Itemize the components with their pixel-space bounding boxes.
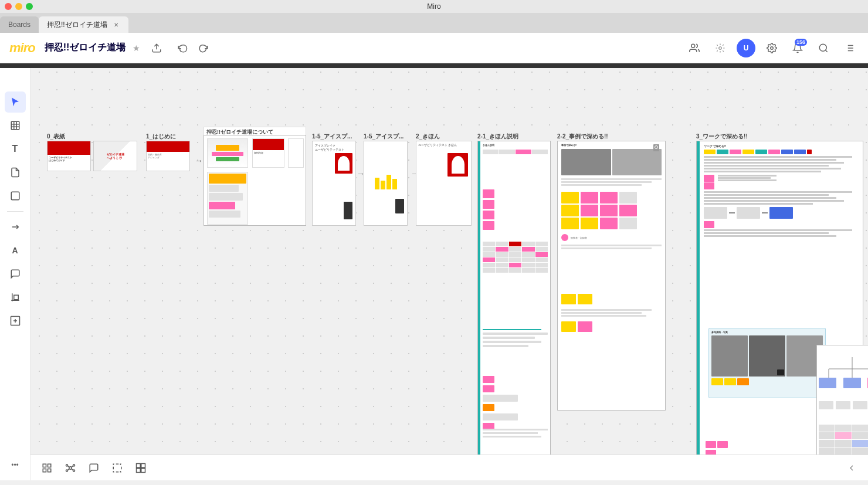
svg-point-27 <box>73 464 75 466</box>
select-tool[interactable] <box>5 91 26 113</box>
pen-tool[interactable] <box>5 216 26 238</box>
tab-main[interactable]: 押忍!!ゼロイチ道場 ✕ <box>39 16 128 33</box>
svg-rect-12 <box>13 295 18 300</box>
svg-point-29 <box>73 470 75 472</box>
window-title: Miro <box>427 2 440 11</box>
frame-ice2[interactable] <box>364 141 408 226</box>
svg-rect-36 <box>141 468 145 472</box>
frame-ice1[interactable]: アイスプレイクユーザビリティテスト <box>312 141 356 226</box>
board-title: 押忍!!ゼロイチ道場 <box>45 42 126 54</box>
undo-button[interactable] <box>173 39 192 57</box>
share-button[interactable] <box>147 39 166 57</box>
section-label-ice2: 1-5_アイスプ... <box>364 133 404 141</box>
svg-rect-8 <box>11 192 19 200</box>
user-avatar[interactable]: U <box>737 39 755 57</box>
traffic-lights <box>5 3 33 10</box>
shape-tool[interactable] <box>5 185 26 206</box>
settings-button[interactable] <box>762 39 781 57</box>
notifications-button[interactable]: 156 <box>788 39 807 57</box>
arrow-connector: → <box>195 156 203 165</box>
notification-count: 156 <box>795 39 807 46</box>
text-tool[interactable]: T <box>5 138 26 160</box>
svg-rect-23 <box>48 469 51 472</box>
minimize-button[interactable] <box>15 3 22 10</box>
bottom-collapse-btn[interactable] <box>842 459 861 477</box>
frame-tool[interactable] <box>5 115 26 136</box>
tab-boards-label: Boards <box>8 21 30 29</box>
frame-kihon[interactable]: ユーザビリティテスト きほん <box>416 141 472 226</box>
frame-hajimeni[interactable]: 目的・進め方アジェンダ <box>146 141 190 171</box>
comment-tool[interactable] <box>5 263 26 284</box>
bottom-grid-btn[interactable] <box>38 459 56 477</box>
section-label-jirei: 2-2_事例で深める!! <box>557 133 608 141</box>
svg-line-32 <box>68 469 69 470</box>
svg-point-25 <box>69 466 72 469</box>
frame-hyoshi-1[interactable]: ユーザビリティテストはじめてガイド <box>47 141 91 171</box>
section-label-kihon-setsu: 2-1_きほん説明 <box>477 133 518 141</box>
svg-point-1 <box>719 46 722 49</box>
section-label-kihon: 2_きほん <box>416 133 440 141</box>
svg-rect-34 <box>137 463 141 467</box>
magic-button[interactable] <box>711 39 730 57</box>
titlebar: Miro <box>0 0 868 13</box>
svg-rect-37 <box>137 468 141 472</box>
close-button[interactable] <box>5 3 12 10</box>
svg-point-26 <box>66 464 68 466</box>
miro-logo: miro <box>9 40 35 56</box>
svg-rect-21 <box>43 464 46 467</box>
svg-rect-3 <box>11 121 19 130</box>
section-label-1: 1_はじめに <box>146 133 176 141</box>
bottom-mindmap-btn[interactable] <box>61 459 80 477</box>
bottom-frames-btn[interactable] <box>108 459 127 477</box>
svg-point-28 <box>66 470 68 472</box>
upload-tool[interactable] <box>5 310 26 331</box>
eraser-tool[interactable]: A <box>5 240 26 261</box>
toolbar-strip <box>0 63 868 68</box>
tab-close-icon[interactable]: ✕ <box>112 21 120 29</box>
tabbar: Boards 押忍!!ゼロイチ道場 ✕ <box>0 13 868 33</box>
frame-expanded-group[interactable]: 資料内容 <box>204 135 306 226</box>
redo-button[interactable] <box>194 39 213 57</box>
sticky-tool[interactable] <box>5 162 26 183</box>
undo-redo-group <box>173 39 213 57</box>
svg-line-30 <box>68 466 69 467</box>
section-label-0: 0_表紙 <box>47 133 65 141</box>
frame-kihon-setsu[interactable]: きほん説明 <box>477 141 551 480</box>
tab-boards[interactable]: Boards <box>0 16 39 33</box>
frame-jirei[interactable]: 事例で深める!! <box>557 141 666 411</box>
tab-main-label: 押忍!!ゼロイチ道場 <box>47 20 107 30</box>
toolbar-separator-1 <box>7 211 23 212</box>
svg-line-31 <box>72 466 73 467</box>
more-tools[interactable]: ••• <box>5 455 26 476</box>
svg-line-33 <box>72 469 73 470</box>
frame-hyoshi-2[interactable]: ゼロイチ道場へようこそ! <box>93 141 137 171</box>
bottom-views-btn[interactable] <box>131 459 150 477</box>
section-label-ice1: 1-5_アイスプ... <box>312 133 352 141</box>
search-button[interactable] <box>814 39 833 57</box>
star-icon[interactable]: ★ <box>133 43 140 53</box>
maximize-button[interactable] <box>26 3 33 10</box>
app-header: miro 押忍!!ゼロイチ道場 ★ U <box>0 33 868 63</box>
section-label-work: 3_ワークで深める!! <box>696 133 748 141</box>
left-toolbar: T A <box>0 63 30 480</box>
collaborate-button[interactable] <box>685 39 704 57</box>
canvas[interactable]: 0_表紙 ユーザビリティテストはじめてガイド ゼロイチ道場へようこそ! 1_はじ… <box>30 63 868 480</box>
menu-button[interactable] <box>840 39 859 57</box>
svg-rect-22 <box>48 464 51 467</box>
crop-tool[interactable] <box>5 287 26 308</box>
svg-rect-35 <box>141 463 145 467</box>
svg-point-0 <box>691 44 695 48</box>
svg-rect-24 <box>43 469 46 472</box>
bottom-comment-btn[interactable] <box>84 459 103 477</box>
svg-point-2 <box>819 44 826 51</box>
main-area: T A <box>0 63 868 480</box>
bottom-toolbar <box>30 455 868 480</box>
